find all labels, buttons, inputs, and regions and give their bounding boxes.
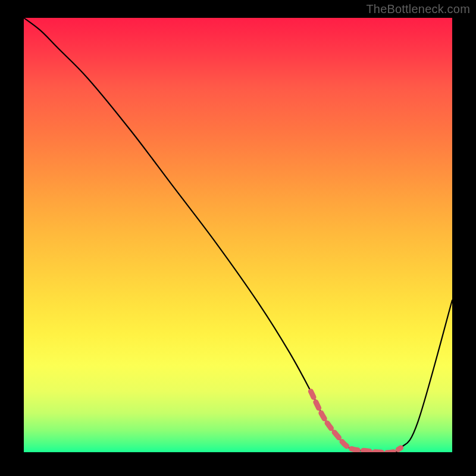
chart-container: TheBottleneck.com (0, 0, 476, 476)
watermark-text: TheBottleneck.com (366, 2, 470, 16)
curve-group (24, 18, 452, 452)
chart-svg (24, 18, 452, 452)
highlight-segment (311, 392, 400, 452)
plot-area (24, 18, 452, 452)
bottleneck-curve (24, 18, 452, 452)
